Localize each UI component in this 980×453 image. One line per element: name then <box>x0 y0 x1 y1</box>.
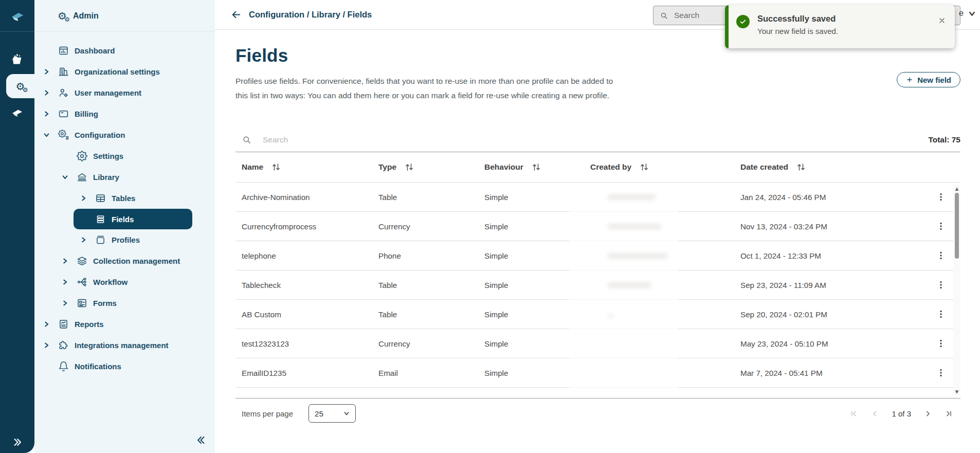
row-menu-button[interactable] <box>930 221 952 231</box>
rail-library-button[interactable] <box>0 104 34 120</box>
chevron-down-icon <box>62 174 69 180</box>
page-description: Profiles use fields. For convenience, fi… <box>235 74 960 102</box>
sidebar-item-profiles[interactable]: Profiles <box>34 229 215 250</box>
user-menu-partial[interactable]: e <box>959 9 976 18</box>
sidebar-item-organizational-settings[interactable]: Organizational settings <box>34 61 215 82</box>
cell-name: EmailID1235 <box>235 369 378 377</box>
column-header-type[interactable]: Type <box>378 162 484 172</box>
toast-title: Successfully saved <box>757 14 838 24</box>
chevron-right-icon <box>62 279 69 285</box>
row-menu-button[interactable] <box>930 250 952 261</box>
row-menu-button[interactable] <box>930 280 952 290</box>
scroll-up-arrow[interactable]: ▲ <box>955 186 959 191</box>
table-scrollbar[interactable]: ▲ ▼ <box>953 185 960 395</box>
dashboard-icon <box>58 45 69 56</box>
sidebar-item-integrations-management[interactable]: Integrations management <box>34 335 215 356</box>
sidebar-item-collection-management[interactable]: Collection management <box>34 250 215 271</box>
cell-name: Currencyfromprocess <box>235 222 378 231</box>
rail-admin-button-active[interactable]: ⚙⚙ <box>6 74 34 98</box>
row-menu-button[interactable] <box>930 192 952 202</box>
sort-icon[interactable] <box>404 162 414 172</box>
breadcrumb: Configuration / Library / Fields <box>230 9 372 21</box>
close-icon <box>938 16 946 25</box>
cell-behaviour: Simple <box>484 222 590 231</box>
sidebar-item-user-management[interactable]: User management <box>34 82 215 103</box>
back-arrow-icon[interactable] <box>230 9 242 21</box>
cell-name: Tablecheck <box>235 281 378 289</box>
success-check-icon <box>736 15 750 28</box>
icon-rail: ⚙⚙ <box>0 0 34 453</box>
column-header-name[interactable]: Name <box>235 162 378 172</box>
search-icon <box>242 135 252 145</box>
column-header-behaviour[interactable]: Behaviour <box>484 162 590 172</box>
row-menu-button[interactable] <box>930 338 952 349</box>
page-size-select[interactable]: 25 <box>308 404 356 423</box>
kebab-icon <box>936 338 946 349</box>
sidebar-item-reports[interactable]: Reports <box>34 314 215 335</box>
column-header-created-by[interactable]: Created by <box>590 162 734 172</box>
pagination: 1 of 3 <box>849 409 953 418</box>
breadcrumb-text[interactable]: Configuration / Library / Fields <box>249 10 372 20</box>
row-menu-button[interactable] <box>930 368 952 378</box>
success-toast: Successfully saved Your new field is sav… <box>725 5 955 48</box>
user-gear-icon <box>58 87 69 98</box>
chevron-right-icon <box>62 300 69 306</box>
cell-created-by-redacted <box>590 281 734 289</box>
sort-icon[interactable] <box>531 162 541 172</box>
table-search-input[interactable] <box>262 135 478 145</box>
sort-icon[interactable] <box>639 162 649 172</box>
table-row: Archive-Nomination Table Simple Jan 24, … <box>235 183 960 212</box>
sidebar-item-library[interactable]: Library <box>34 167 215 188</box>
sidebar-item-fields[interactable]: Fields <box>74 209 192 229</box>
chevron-right-icon <box>43 342 50 349</box>
sidebar-item-billing[interactable]: Billing <box>34 103 215 124</box>
cell-created-by-redacted <box>590 251 734 260</box>
sort-icon[interactable] <box>796 162 806 172</box>
cell-name: telephone <box>235 251 378 260</box>
cell-created-by-redacted <box>590 222 734 231</box>
sidebar-item-dashboard[interactable]: Dashboard <box>34 40 215 61</box>
cell-behaviour: Simple <box>484 369 590 377</box>
kebab-icon <box>936 250 946 261</box>
previous-page-icon <box>870 409 879 418</box>
kebab-icon <box>936 368 946 378</box>
items-per-page-label: Items per page <box>242 409 293 418</box>
first-page-button[interactable] <box>849 409 858 418</box>
page-indicator: 1 of 3 <box>892 409 911 418</box>
row-menu-button[interactable] <box>930 309 952 319</box>
sidebar-item-forms[interactable]: Forms <box>34 293 215 314</box>
table-footer: Items per page 25 1 of 3 <box>235 398 960 428</box>
cell-date-created: Oct 1, 2024 - 12:33 PM <box>734 251 930 260</box>
app-logo[interactable] <box>0 0 34 32</box>
last-page-button[interactable] <box>945 409 953 418</box>
expand-rail-button[interactable] <box>0 437 34 448</box>
toast-close-button[interactable] <box>938 16 946 26</box>
sort-icon[interactable] <box>271 162 281 172</box>
next-page-button[interactable] <box>923 409 932 418</box>
first-page-icon <box>849 409 858 418</box>
chevron-right-icon <box>80 195 87 202</box>
column-header-date-created[interactable]: Date created <box>734 162 930 172</box>
scrollbar-thumb[interactable] <box>955 193 959 259</box>
sidebar-item-notifications[interactable]: Notifications <box>34 356 215 377</box>
chevron-right-icon <box>80 237 87 243</box>
previous-page-button[interactable] <box>870 409 879 418</box>
rail-collections-button[interactable] <box>0 52 34 67</box>
scroll-down-arrow[interactable]: ▼ <box>955 389 959 394</box>
cell-type: Table <box>378 310 484 319</box>
sidebar-nav: Dashboard Organizational settings User m… <box>34 32 215 377</box>
chevron-down-icon <box>43 132 50 138</box>
sidebar-item-settings[interactable]: Settings <box>34 146 215 167</box>
folder-sparkle-icon <box>10 53 24 67</box>
book-icon <box>10 105 24 119</box>
rows-icon <box>95 214 106 225</box>
sidebar-item-configuration[interactable]: Configuration <box>34 124 215 146</box>
new-field-button[interactable]: New field <box>897 72 960 87</box>
next-page-icon <box>923 409 932 418</box>
table-row: Tablecheck Table Simple Sep 23, 2024 - 1… <box>235 270 960 300</box>
admin-gears-icon: ⚙⚙ <box>58 11 67 21</box>
collapse-sidebar-button[interactable] <box>195 434 207 448</box>
sidebar-item-tables[interactable]: Tables <box>34 188 215 209</box>
building-icon <box>58 66 69 77</box>
sidebar-item-workflow[interactable]: Workflow <box>34 271 215 293</box>
